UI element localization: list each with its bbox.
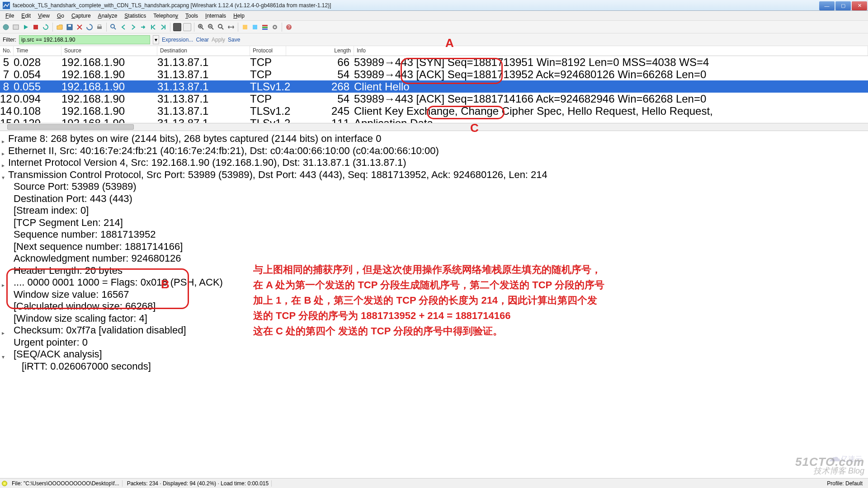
h-scrollbar[interactable] [0,123,868,131]
display-filter-icon[interactable] [251,23,259,31]
svg-rect-13 [253,25,257,29]
col-time[interactable]: Time [14,46,61,56]
start-icon[interactable] [22,23,30,31]
resize-cols-icon[interactable] [227,23,235,31]
zoomout-icon[interactable] [207,23,215,31]
col-no[interactable]: No. [0,46,14,56]
checksum[interactable]: Checksum: 0x7f7a [validation disabled] [0,324,868,337]
svg-point-8 [111,24,114,28]
zoomin-icon[interactable] [197,23,205,31]
expert-led-icon[interactable] [2,481,7,486]
col-destination[interactable]: Destination [157,46,250,56]
calc-win[interactable]: [Calculated window size: 66268] [0,300,868,313]
status-profile[interactable]: Profile: Default [823,480,866,487]
menu-statistics[interactable]: Statistics [121,12,150,20]
status-packets: Packets: 234 · Displayed: 94 (40.2%) · L… [124,480,272,487]
packet-row[interactable]: 80.055192.168.1.9031.13.87.1TLSv1.2268Cl… [0,80,868,93]
ethernet-line[interactable]: Ethernet II, Src: 40:16:7e:24:fb:21 (40:… [0,145,868,157]
seqack[interactable]: [SEQ/ACK analysis] [0,348,868,361]
filter-bar: Filter: ip.src == 192.168.1.90 ▾ Express… [0,33,868,46]
menu-capture[interactable]: Capture [68,12,94,20]
options-icon[interactable] [12,23,20,31]
menu-analyze[interactable]: Analyze [94,12,121,20]
first-icon[interactable] [149,23,157,31]
svg-point-1 [3,24,9,30]
autoscroll-icon[interactable] [183,23,191,31]
svg-rect-7 [98,25,101,27]
packet-row[interactable]: 120.094192.168.1.9031.13.87.1TCP5453989→… [0,93,868,105]
flags[interactable]: .... 0000 0001 1000 = Flags: 0x018 (PSH,… [0,277,868,289]
close-button[interactable]: ✕ [852,1,867,10]
col-source[interactable]: Source [61,46,157,56]
menu-tools[interactable]: Tools [182,12,202,20]
filter-save[interactable]: Save [228,37,240,43]
svg-rect-15 [262,27,268,28]
col-length[interactable]: Length [286,46,354,56]
next-icon[interactable] [129,23,137,31]
svg-text:?: ? [288,25,290,30]
filter-dropdown[interactable]: ▾ [153,35,159,44]
print-icon[interactable] [95,23,104,31]
menu-file[interactable]: File [2,12,18,20]
capture-filter-icon[interactable] [241,23,249,31]
save-icon[interactable] [66,23,74,31]
menu-view[interactable]: View [34,12,53,20]
win-size[interactable]: Window size value: 16567 [0,289,868,301]
dst-port[interactable]: Destination Port: 443 (443) [0,193,868,205]
src-port[interactable]: Source Port: 53989 (53989) [0,181,868,193]
menu-help[interactable]: Help [230,12,248,20]
statusbar: File: "C:\Users\OOOOOOOOOO\Desktop\f... … [0,478,868,488]
irtt[interactable]: [iRTT: 0.026067000 seconds] [0,361,868,373]
frame-line[interactable]: Frame 8: 268 bytes on wire (2144 bits), … [0,133,868,145]
stop-icon[interactable] [32,23,40,31]
prev-icon[interactable] [119,23,127,31]
restart-icon[interactable] [42,23,50,31]
last-icon[interactable] [159,23,167,31]
filter-clear[interactable]: Clear [196,37,209,43]
packet-row[interactable]: 150.129192.168.1.9031.13.87.1TLSv1.2111A… [0,117,868,123]
find-icon[interactable] [109,23,118,31]
stream-index[interactable]: [Stream index: 0] [0,205,868,217]
packet-row[interactable]: 140.108192.168.1.9031.13.87.1TLSv1.2245C… [0,105,868,117]
filter-expression[interactable]: Expression... [162,37,193,43]
seq-num[interactable]: Sequence number: 1881713952 [0,229,868,241]
menu-telephony[interactable]: Telephony [150,12,182,20]
open-icon[interactable] [56,23,64,31]
reload-icon[interactable] [85,23,94,31]
svg-rect-14 [262,25,268,26]
ip-line[interactable]: Internet Protocol Version 4, Src: 192.16… [0,157,868,169]
svg-point-11 [218,24,222,28]
svg-rect-5 [68,25,71,27]
packet-list[interactable]: 50.028192.168.1.9031.13.87.1TCP6653989→4… [0,56,868,123]
col-protocol[interactable]: Protocol [250,46,286,56]
coloring-rules-icon[interactable] [261,23,269,31]
menu-internals[interactable]: Internals [202,12,230,20]
hdr-len[interactable]: Header Length: 20 bytes [0,265,868,277]
tcp-line[interactable]: Transmission Control Protocol, Src Port:… [0,169,868,181]
close-file-icon[interactable] [75,23,84,31]
next-seq[interactable]: [Next sequence number: 1881714166] [0,241,868,253]
zoom100-icon[interactable] [217,23,225,31]
packet-details[interactable]: Frame 8: 268 bytes on wire (2144 bits), … [0,131,868,373]
filter-input[interactable]: ip.src == 192.168.1.90 [19,35,150,44]
packet-columns: No. Time Source Destination Protocol Len… [0,46,868,56]
minimize-button[interactable]: — [819,1,835,10]
urgent[interactable]: Urgent pointer: 0 [0,337,868,349]
win-scale[interactable]: [Window size scaling factor: 4] [0,313,868,325]
help-icon[interactable]: ? [285,23,293,31]
toolbar: ? [0,21,868,33]
col-info[interactable]: Info [354,46,868,56]
menu-go[interactable]: Go [53,12,68,20]
prefs-icon[interactable] [271,23,279,31]
interfaces-icon[interactable] [2,23,10,31]
packet-row[interactable]: 70.054192.168.1.9031.13.87.1TCP5453989→4… [0,68,868,80]
seg-len[interactable]: [TCP Segment Len: 214] [0,217,868,229]
colorize-icon[interactable] [173,23,181,31]
ack-num[interactable]: Acknowledgment number: 924680126 [0,253,868,265]
maximize-button[interactable]: ▢ [835,1,851,10]
filter-apply[interactable]: Apply [212,37,225,43]
menu-edit[interactable]: Edit [18,12,34,20]
svg-rect-2 [13,25,19,29]
packet-row[interactable]: 50.028192.168.1.9031.13.87.1TCP6653989→4… [0,56,868,68]
goto-icon[interactable] [139,23,147,31]
